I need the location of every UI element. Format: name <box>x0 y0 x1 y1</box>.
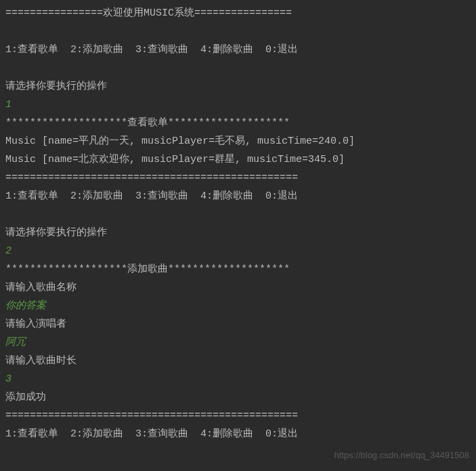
menu-line: 1:查看歌单 2:添加歌曲 3:查询歌曲 4:删除歌曲 0:退出 <box>5 425 471 443</box>
prompt-line: 请选择你要执行的操作 <box>5 224 471 242</box>
menu-line: 1:查看歌单 2:添加歌曲 3:查询歌曲 4:删除歌曲 0:退出 <box>5 41 471 59</box>
divider-line: ========================================… <box>5 407 471 425</box>
section-header: ********************查看歌单****************… <box>5 114 471 132</box>
blank-line <box>5 59 471 77</box>
divider-line: ========================================… <box>5 169 471 187</box>
user-input[interactable]: 你的答案 <box>5 297 471 315</box>
user-input[interactable]: 1 <box>5 96 471 114</box>
section-header: ********************添加歌曲****************… <box>5 260 471 279</box>
prompt-line: 请输入歌曲时长 <box>5 352 471 370</box>
music-record: Music [name=平凡的一天, musicPlayer=毛不易, musi… <box>5 132 471 150</box>
user-input[interactable]: 2 <box>5 242 471 260</box>
prompt-line: 请选择你要执行的操作 <box>5 77 471 96</box>
blank-line <box>5 205 471 224</box>
blank-line <box>5 22 471 41</box>
user-input[interactable]: 阿冗 <box>5 333 471 352</box>
prompt-line: 请输入演唱者 <box>5 315 471 333</box>
watermark-text: https://blog.csdn.net/qq_34491508 <box>334 447 470 463</box>
music-record: Music [name=北京欢迎你, musicPlayer=群星, music… <box>5 150 471 169</box>
header-line: ================欢迎使用MUSIC系统=============… <box>5 4 471 22</box>
user-input[interactable]: 3 <box>5 370 471 388</box>
status-line: 添加成功 <box>5 388 471 407</box>
menu-line: 1:查看歌单 2:添加歌曲 3:查询歌曲 4:删除歌曲 0:退出 <box>5 187 471 205</box>
prompt-line: 请输入歌曲名称 <box>5 279 471 297</box>
